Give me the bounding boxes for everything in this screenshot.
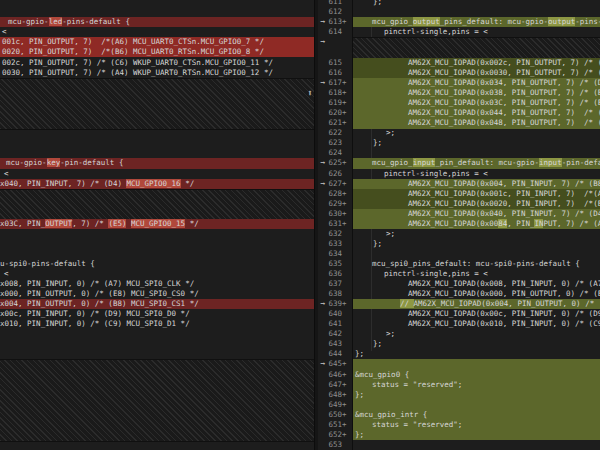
inline-diff-highlight: output bbox=[548, 17, 575, 26]
code-line: 0020, PIN_OUTPUT, 7) /*(B6) MCU_UART0_RT… bbox=[0, 47, 314, 57]
line-number: 633 bbox=[318, 239, 352, 249]
code-line: x008, PIN_INPUT, 0) /* (A7) MCU_SPI0_CLK… bbox=[0, 279, 314, 289]
code-line: }; bbox=[353, 138, 600, 148]
code-line: AM62X_MCU_IOPAD(0x048, PIN_OUTPUT, 7) /*… bbox=[353, 118, 600, 128]
code-line: AM62X_MCU_IOPAD(0x034, PIN_OUTPUT, 7) /*… bbox=[353, 78, 600, 88]
code-line: status = "reserved"; bbox=[353, 420, 600, 430]
code-line: }; bbox=[353, 390, 600, 400]
code-line: 001c, PIN_OUTPUT, 7) /*(A6) MCU_UART0_CT… bbox=[0, 37, 314, 47]
merge-arrow-icon[interactable]: → bbox=[318, 37, 329, 47]
line-number: 640 bbox=[318, 309, 352, 319]
code-line: &mcu_gpio0 { bbox=[353, 370, 600, 380]
code-line: AM62X_MCU_IOPAD(0x0084, PIN_INPUT, 7) /*… bbox=[353, 219, 600, 229]
added-line-marker: + bbox=[342, 158, 350, 169]
code-line: >; bbox=[353, 128, 600, 138]
code-line: AM62X_MCU_IOPAD(0x008, PIN_INPUT, 0) /* … bbox=[353, 279, 600, 289]
added-line-marker: + bbox=[342, 380, 350, 391]
line-number: 616 bbox=[318, 68, 352, 78]
code-line: pinctrl-single,pins = < bbox=[353, 269, 600, 279]
line-number: 615 bbox=[318, 58, 352, 68]
added-line-marker: + bbox=[342, 359, 350, 370]
code-line: status = "reserved"; bbox=[353, 380, 600, 390]
line-number: 649+ bbox=[318, 400, 352, 410]
scroll-up-icon[interactable]: ⬆ bbox=[304, 87, 316, 99]
code-line: }; bbox=[353, 430, 600, 440]
added-line-marker: + bbox=[342, 179, 350, 190]
merge-arrow-icon[interactable]: → bbox=[318, 299, 329, 309]
code-line: mcu-gpio-led-pins-default { bbox=[0, 17, 314, 27]
line-number: 634 bbox=[318, 249, 352, 259]
line-number: 652+ bbox=[318, 430, 352, 440]
code-line: AM62X_MCU_IOPAD(0x044, PIN_OUTPUT, 7) /*… bbox=[353, 108, 600, 118]
inline-diff-highlight: input bbox=[539, 158, 562, 167]
line-number: 621+ bbox=[318, 118, 352, 128]
added-line-marker: + bbox=[342, 98, 350, 109]
added-line-marker: + bbox=[342, 390, 350, 401]
merge-arrow-icon[interactable]: → bbox=[318, 359, 329, 369]
inline-diff-highlight: MCU_GPIO0_15 bbox=[131, 219, 185, 228]
right-code-pane[interactable]: };mcu_gpio_output_pins_default: mcu-gpio… bbox=[352, 0, 600, 450]
line-number: 631+ bbox=[318, 219, 352, 229]
added-line-marker: + bbox=[342, 108, 350, 119]
added-line-marker: + bbox=[342, 370, 350, 381]
filler-hatch bbox=[0, 189, 314, 221]
code-line: pinctrl-single,pins = < bbox=[353, 169, 600, 179]
code-line: AM62X_MCU_IOPAD(0x004, PIN_INPUT, 7) /* … bbox=[353, 179, 600, 189]
merge-arrow-icon[interactable]: → bbox=[318, 179, 329, 189]
line-number: 653 bbox=[318, 440, 352, 450]
line-number: 626 bbox=[318, 169, 352, 179]
inline-diff-highlight: input bbox=[413, 158, 436, 167]
added-line-marker: + bbox=[342, 118, 350, 129]
line-number: 632 bbox=[318, 229, 352, 239]
code-line: x040, PIN_INPUT, 7) /* (D4) MCU_GPIO0_16… bbox=[0, 179, 314, 189]
merge-arrow-icon[interactable]: → bbox=[318, 17, 329, 27]
line-number: 636 bbox=[318, 269, 352, 279]
code-line: < bbox=[0, 169, 314, 179]
line-number: 623 bbox=[318, 138, 352, 148]
merge-arrow-icon[interactable]: → bbox=[318, 158, 329, 168]
filler-hatch bbox=[0, 359, 314, 441]
line-number: 642 bbox=[318, 329, 352, 339]
line-number: 650+ bbox=[318, 410, 352, 420]
line-number: 630+ bbox=[318, 209, 352, 219]
added-line-marker: + bbox=[342, 410, 350, 421]
code-line: x03C, PIN_OUTPUT, 7) /* (E5) MCU_GPIO0_1… bbox=[0, 219, 314, 229]
code-line: AM62X_MCU_IOPAD(0x038, PIN_OUTPUT, 7) /*… bbox=[353, 88, 600, 98]
filler-hatch bbox=[353, 37, 600, 60]
code-line: pinctrl-single,pins = < bbox=[353, 27, 600, 37]
filler-hatch bbox=[0, 78, 314, 130]
code-line: mcu-gpio-key-pin-default { bbox=[0, 158, 314, 168]
line-number: 612 bbox=[318, 7, 352, 17]
code-line: // AM62X_MCU_IOPAD(0x004, PIN_OUTPUT, 0)… bbox=[353, 299, 600, 309]
code-line: AM62X_MCU_IOPAD(0x03C, PIN_OUTPUT, 7) /*… bbox=[353, 98, 600, 108]
line-number: 641 bbox=[318, 319, 352, 329]
code-line: AM62X_MCU_IOPAD(0x010, PIN_INPUT, 0) /* … bbox=[353, 319, 600, 329]
code-line: }; bbox=[353, 349, 600, 359]
inline-diff-highlight: (E5) bbox=[108, 219, 126, 228]
line-number: 635 bbox=[318, 259, 352, 269]
code-line: mcu_gpio_output_pins_default: mcu-gpio-o… bbox=[353, 17, 600, 27]
code-line: x00c, PIN_INPUT, 0) /* (D9) MCU_SPI0_D0 … bbox=[0, 309, 314, 319]
inline-diff-highlight: key bbox=[47, 158, 61, 167]
line-number: 644 bbox=[318, 349, 352, 359]
line-number: 651+ bbox=[318, 420, 352, 430]
code-line: 002c, PIN_OUTPUT, 7) /* (C6) WKUP_UART0_… bbox=[0, 58, 314, 68]
code-line: >; bbox=[353, 229, 600, 239]
added-line-marker: + bbox=[342, 400, 350, 411]
inline-diff-highlight: // bbox=[400, 299, 414, 308]
code-line bbox=[353, 400, 600, 410]
code-line: }; bbox=[353, 0, 600, 7]
line-number: 647+ bbox=[318, 380, 352, 390]
line-number: 637 bbox=[318, 279, 352, 289]
left-code-pane[interactable]: mcu-gpio-led-pins-default {<001c, PIN_OU… bbox=[0, 0, 315, 450]
code-line: AM62X_MCU_IOPAD(0x00c, PIN_INPUT, 0) /* … bbox=[353, 309, 600, 319]
merge-arrow-icon[interactable]: → bbox=[318, 78, 329, 88]
diff-gutter: 611612613+614615616617+618+619+620+621+6… bbox=[318, 0, 352, 450]
code-line: mcu_gpio_input_pin_default: mcu-gpio-inp… bbox=[353, 158, 600, 168]
line-number: 648+ bbox=[318, 390, 352, 400]
line-number: 646+ bbox=[318, 370, 352, 380]
code-line: AM62X_MCU_IOPAD(0x0020, PIN_INPUT, 7) /*… bbox=[353, 199, 600, 209]
line-number: 643 bbox=[318, 339, 352, 349]
code-line: }; bbox=[353, 339, 600, 349]
code-line: &mcu_gpio_intr { bbox=[353, 410, 600, 420]
